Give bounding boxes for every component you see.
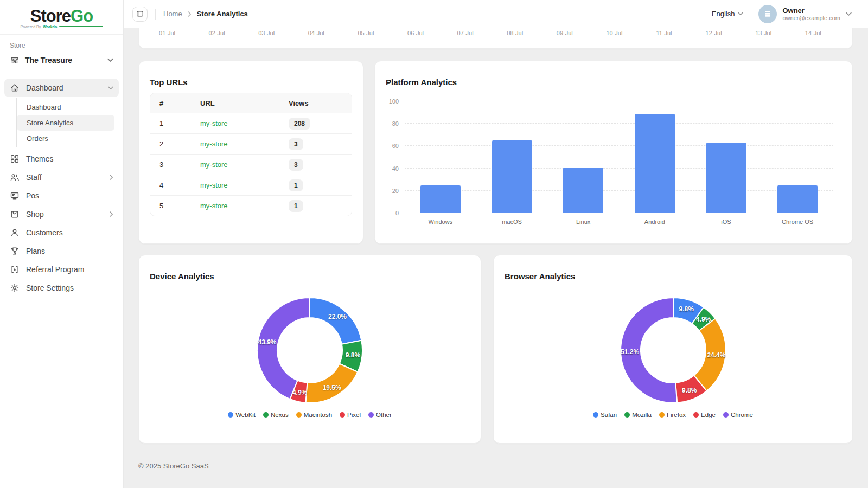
legend-dot <box>593 412 598 418</box>
url-link[interactable]: my-store <box>200 181 228 189</box>
legend-label: Safari <box>601 412 617 418</box>
chevron-right-icon <box>188 11 192 17</box>
logo-text: StoreGo <box>30 8 93 24</box>
sidebar-item-store-settings[interactable]: Store Settings <box>4 279 119 297</box>
x-axis-label: 03-Jul <box>258 30 275 36</box>
browser-analytics-card: Browser Analytics 9.8%4.9%24.4%9.8%51.2%… <box>493 255 853 444</box>
legend-item-other[interactable]: Other <box>368 412 392 418</box>
x-axis-category-label: Linux <box>551 219 616 225</box>
legend-item-macintosh[interactable]: Macintosh <box>296 412 332 418</box>
user-email: owner@example.com <box>782 15 840 22</box>
donut-slice-webkit[interactable] <box>310 298 361 344</box>
sidebar-item-customers[interactable]: Customers <box>4 223 119 242</box>
legend-item-mozilla[interactable]: Mozilla <box>624 412 652 418</box>
x-axis-label: 04-Jul <box>308 30 324 36</box>
table-header: # URL Views <box>150 93 352 113</box>
x-axis-label: 08-Jul <box>507 30 523 36</box>
card-title: Top URLs <box>150 78 188 87</box>
bar-android <box>635 114 675 213</box>
donut-slice-macintosh[interactable] <box>305 364 358 403</box>
breadcrumb-home-link[interactable]: Home <box>163 10 182 18</box>
header-divider <box>155 9 156 20</box>
gridline <box>405 145 833 146</box>
sidebar-item-plans[interactable]: Plans <box>4 242 119 260</box>
language-selector[interactable]: English <box>712 10 744 18</box>
legend-item-webkit[interactable]: WebKit <box>228 412 256 418</box>
slice-percentage-label: 9.8% <box>682 387 697 394</box>
sidebar-item-referral-program[interactable]: Referral Program <box>4 260 119 279</box>
views-badge: 208 <box>289 118 310 130</box>
sidebar-subitem-orders[interactable]: Orders <box>17 131 114 146</box>
x-axis-label: 11-Jul <box>656 30 672 36</box>
sidebar-item-label: Referral Program <box>26 265 84 274</box>
chevron-down-icon <box>107 58 113 62</box>
breadcrumb-current: Store Analytics <box>197 10 248 18</box>
sidebar-toggle-button[interactable] <box>132 7 148 22</box>
main-content: 01-Jul02-Jul03-Jul04-Jul05-Jul06-Jul07-J… <box>124 28 868 481</box>
platform-analytics-card: Platform Analytics 020406080100Windowsma… <box>374 61 853 244</box>
sidebar-item-staff[interactable]: Staff <box>4 168 119 187</box>
table-row: 3my-store3 <box>150 154 352 175</box>
y-axis-tick-label: 20 <box>380 188 399 194</box>
logo-underline <box>59 26 103 27</box>
x-axis-label: 13-Jul <box>755 30 771 36</box>
x-axis-label: 09-Jul <box>557 30 573 36</box>
url-link[interactable]: my-store <box>200 140 228 148</box>
sidebar: StoreGo Powered By Workdo Store The Trea… <box>0 0 124 488</box>
x-axis-label: 02-Jul <box>209 30 225 36</box>
device-analytics-card: Device Analytics 22.0%9.8%19.5%4.9%43.9%… <box>138 255 481 444</box>
user-menu[interactable]: Owner owner@example.com <box>758 5 852 23</box>
platform-bar-chart: 020406080100WindowsmacOSLinuxAndroidiOSC… <box>405 101 833 213</box>
legend-label: Pixel <box>347 412 361 418</box>
table-row: 2my-store3 <box>150 133 352 154</box>
url-link[interactable]: my-store <box>200 119 228 127</box>
legend-item-pixel[interactable]: Pixel <box>340 412 361 418</box>
legend-label: Mozilla <box>632 412 652 418</box>
slice-percentage-label: 4.9% <box>695 316 711 323</box>
cards-row-1: Top URLs # URL Views 1my-store2082my-sto… <box>138 61 853 244</box>
legend-item-firefox[interactable]: Firefox <box>659 412 686 418</box>
rank-cell: 5 <box>150 202 191 210</box>
sidebar-item-label: Shop <box>26 210 44 219</box>
legend-item-chrome[interactable]: Chrome <box>723 412 753 418</box>
legend-label: Macintosh <box>304 412 332 418</box>
sidebar-subitem-store-analytics[interactable]: Store Analytics <box>17 115 114 131</box>
sidebar-item-label: Dashboard <box>26 84 63 92</box>
sidebar-item-themes[interactable]: Themes <box>4 150 119 168</box>
staff-users-icon <box>10 172 20 182</box>
legend-item-nexus[interactable]: Nexus <box>263 412 289 418</box>
legend-label: Other <box>376 412 392 418</box>
store-section-label: Store <box>10 42 113 49</box>
rank-cell: 3 <box>150 160 191 169</box>
legend-item-edge[interactable]: Edge <box>693 412 716 418</box>
sidebar-item-shop[interactable]: Shop <box>4 205 119 223</box>
slice-percentage-label: 9.8% <box>679 305 694 313</box>
chevron-down-icon <box>738 12 743 16</box>
y-axis-tick-label: 100 <box>380 98 399 105</box>
store-selector[interactable]: The Treasure <box>10 55 113 65</box>
table-row: 1my-store208 <box>150 113 352 133</box>
logo[interactable]: StoreGo Powered By Workdo <box>0 0 123 35</box>
chevron-down-icon <box>108 86 113 90</box>
sidebar-subitem-dashboard[interactable]: Dashboard <box>17 99 114 115</box>
legend-dot <box>693 412 699 418</box>
x-axis-label: 01-Jul <box>159 30 175 36</box>
powered-by-label: Powered By <box>21 25 41 29</box>
legend-label: WebKit <box>235 412 256 418</box>
slice-percentage-label: 9.8% <box>346 351 361 359</box>
x-axis-category-label: iOS <box>694 219 759 225</box>
themes-grid-icon <box>10 154 20 164</box>
device-chart-legend: WebKitNexusMacintoshPixelOther <box>139 412 481 418</box>
subitem-label: Store Analytics <box>27 119 73 127</box>
legend-dot <box>368 412 374 418</box>
legend-dot <box>624 412 630 418</box>
sidebar-item-label: Store Settings <box>26 284 74 292</box>
legend-dot <box>723 412 729 418</box>
sidebar-item-pos[interactable]: Pos <box>4 187 119 205</box>
url-link[interactable]: my-store <box>200 202 228 210</box>
referral-star-icon <box>10 265 20 274</box>
legend-item-safari[interactable]: Safari <box>593 412 617 418</box>
sidebar-item-dashboard[interactable]: Dashboard <box>4 79 119 97</box>
url-link[interactable]: my-store <box>200 160 228 169</box>
card-title: Device Analytics <box>150 272 214 281</box>
